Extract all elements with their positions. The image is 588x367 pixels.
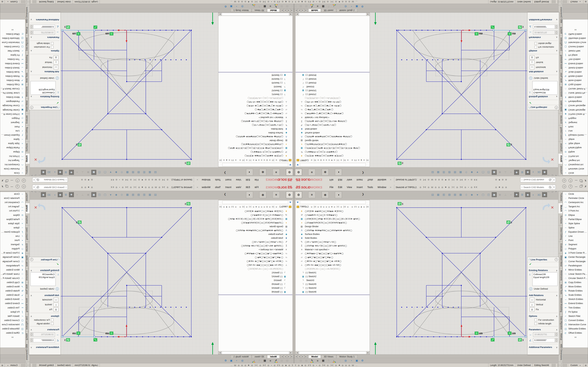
view-toolbar-icon[interactable]: ⊞ (520, 192, 525, 197)
bottom-toolbar-icon[interactable]: ∟ (251, 359, 256, 362)
relation-button-icon[interactable]: | (53, 302, 59, 307)
bottom-toolbar-icon[interactable]: ◎ (343, 5, 348, 8)
minimize-button[interactable]: — (11, 179, 13, 182)
scroll-left-icon[interactable]: ◀ (289, 13, 293, 16)
sketch-tool-item[interactable]: ◇ Polygon (0, 247, 25, 251)
add-relation-row[interactable]: | Vertical (29, 302, 61, 307)
first-tab-icon[interactable]: |◀ (290, 9, 294, 12)
bottom-toolbar-icon[interactable]: ≡ (315, 5, 320, 8)
equal-relation-badge[interactable]: 109 (105, 32, 113, 35)
mdi-control-icon[interactable]: ❏ (551, 191, 553, 193)
relation-button-icon[interactable]: | (529, 302, 535, 307)
bottom-toolbar-icon[interactable]: ▤ (299, 5, 303, 8)
sketch-tool-item[interactable]: ‖ Mirror Entities (0, 268, 25, 272)
tree-row[interactable]: └ (-) Sketch1 (295, 271, 370, 275)
mdi-control-icon[interactable]: ▫ (542, 175, 543, 176)
additional-parameters-header[interactable]: Additional Parameters∨ (527, 345, 559, 349)
tree-row[interactable]: ▦ ◯Ƨ5✚ƷЄƧ5◯ИN◉∘✚ƆϹƷЄ∪ƷЄ◯◎◯ƷЄ∪ƷЄƆϹ✚∘◉NИ◯ (218, 217, 293, 221)
view-toolbar-icon[interactable]: ⊞ (63, 170, 68, 175)
document-tab[interactable]: Motion Study 1 (231, 355, 252, 358)
bottom-toolbar-icon[interactable]: ✎ (274, 359, 278, 362)
account-icon[interactable]: ☺ (22, 184, 26, 188)
relation-button-icon[interactable]: ⚓ (53, 307, 59, 312)
prev-tab-icon[interactable]: ◀ (298, 9, 301, 12)
tree-row[interactable]: A ◯Ƨ5ИN◉∘✚Ѧ✚◉ИNѦ◯◎◯ѦNИ◉✚Ѧ✚∘◉NИ5Ƨ◯ (295, 135, 370, 139)
collinear-relation-badge[interactable] (491, 26, 494, 29)
sketch-tool-item[interactable]: / Line (563, 234, 588, 238)
bottom-toolbar-icon[interactable]: ✎ (310, 359, 314, 362)
sketch-tool-item[interactable]: ⋂ Intersection Curve (563, 40, 588, 45)
help-icon[interactable]: ? (16, 184, 19, 188)
sketch-tool-item[interactable]: ▱ Parallelogram (563, 99, 588, 103)
tree-row[interactable]: ▦ ◯Ƨ5✚ƷЄƧ5◯ИN◉∘✚ƆϹƷЄ∪ƷЄ◯◎◯ƷЄ∪ƷЄƆϹ✚∘◉NИ◯ (295, 146, 370, 150)
featuremanager-tab[interactable]: ◑ (246, 169, 253, 175)
tree-row[interactable]: ▦ (-) Sketch6 (295, 290, 370, 294)
sketch-tool-item[interactable]: ◫ Silhouette Entities (563, 36, 588, 40)
tree-row[interactable]: ⊥ ◯ИN∘9ɘ∘♟◉◯◯◎◯◯◉♟∘ɘ9∘NИ◯ (218, 263, 293, 267)
checkbox[interactable] (535, 42, 537, 45)
tree-row[interactable]: ▦ (-) Sketch2 (218, 275, 293, 278)
view-toolbar-icon[interactable]: ◉ (41, 170, 46, 175)
relations-listbox[interactable]: Collinear108Equal length109 (532, 272, 558, 286)
view-toolbar-icon[interactable]: ◉ (497, 192, 502, 197)
sketch-tool-item[interactable]: ∷ Linear Sketch Pattern (563, 91, 588, 95)
view-toolbar-icon[interactable]: 3D (536, 170, 541, 175)
mdi-control-icon[interactable]: ▫ (45, 191, 46, 193)
relation-entry[interactable]: Equal length109 (533, 88, 556, 91)
filter-input[interactable] (300, 201, 366, 204)
tree-splitter[interactable] (295, 294, 370, 295)
prev-tab-icon[interactable]: ◀ (287, 355, 290, 358)
view-toolbar-icon[interactable]: ▨ (130, 192, 135, 197)
tree-row[interactable]: └ (-) Sketch5 (218, 81, 293, 85)
view-toolbar-icon[interactable]: ✚ (514, 192, 519, 197)
add-relation-row[interactable]: ⚓ Fix (527, 307, 559, 312)
equal-relation-badge[interactable]: 109 (508, 32, 516, 35)
commandmanager-tab[interactable]: Features (25, 164, 30, 176)
search-input[interactable]: □ Search CAD Models ▼ (32, 177, 68, 182)
parameters-header[interactable]: Parameters∧ (29, 327, 61, 332)
document-tab[interactable]: Model (308, 355, 321, 358)
tree-row[interactable]: ↺ ◯Λ♟◉✚Ƨ5∘Ɛ◯◎◯Ɛ∘5Ƨ✚◉♟Λ◯ (218, 213, 293, 217)
featuremanager-tab[interactable]: ⊕ (259, 192, 266, 198)
view-toolbar-icon[interactable]: ⊥ (80, 192, 85, 197)
tree-row[interactable]: ▦ (-) Sketch2 (295, 275, 370, 278)
inner-lines[interactable] (426, 208, 531, 337)
sketch-tool-item[interactable]: ↻ Rotate Entities (563, 289, 588, 293)
sketch-tool-item[interactable]: ∴ Circular Sketch Pattern (563, 276, 588, 280)
commandmanager-tab[interactable]: Surfaces (558, 214, 563, 225)
tree-row[interactable]: ★ ◯ƧƼƷЄ✚∘♟◉ѦΦ◯◎◯ΦѦ◉♟∘✚ƷЄƼƧ◯ (295, 154, 370, 158)
view-toolbar-icon[interactable]: ▨ (453, 170, 458, 175)
tree-row[interactable]: ◯Ƨ5ƷЄИN∪Ѧ∪∙◯◎◯∙∪Ѧ∪NИƷЄ5Ƨ◯ (218, 267, 293, 271)
equal-relation-badge[interactable]: 109 (72, 332, 80, 335)
sketch-tool-item[interactable]: ⊞ Copy Entities (563, 280, 588, 284)
view-toolbar-icon[interactable]: ◫ (97, 170, 102, 175)
mdi-control-icon[interactable]: ▫ (43, 191, 43, 193)
tree-row[interactable]: └ Sketch3 (295, 278, 370, 282)
next-tab-icon[interactable]: ▶ (301, 9, 304, 12)
tree-row[interactable]: Σ ◯Ƨ5ИN◉∘✚Ѧ∪ᵈƷЄ◯◎◯ƷЄᵈ∪Ѧ✚∘◉NИ5Ƨ◯ (218, 244, 293, 248)
commandmanager-tab[interactable]: ⋯ (558, 365, 563, 367)
status-custom-button[interactable]: Custom ▲ (568, 0, 583, 4)
mdi-control-icon[interactable]: ✗ (31, 174, 33, 176)
bottom-toolbar-icon[interactable]: ▣ (355, 359, 359, 362)
commandmanager-tab[interactable]: ⋯ (558, 2, 563, 5)
sketch-tool-item[interactable]: ∷ Linear Sketch Pattern (563, 272, 588, 276)
tree-row[interactable]: └ Sketch3 (218, 85, 293, 89)
sketch-tool-item[interactable]: ⌐ Sketch Fillet (0, 314, 25, 318)
bottom-toolbar-icon[interactable]: | (246, 5, 250, 8)
menu-item[interactable]: View (234, 178, 243, 181)
scroll-right-icon[interactable]: ▶ (218, 13, 222, 16)
mdi-control-icon[interactable]: — (547, 191, 549, 193)
angle-spinner[interactable]: ▲▼ (30, 25, 33, 29)
view-toolbar-icon[interactable]: ◐ (531, 170, 536, 175)
tree-row[interactable]: ◆ Surface Bodies (218, 131, 293, 135)
sketch-tool-item[interactable]: ‖ Mirror Entities (563, 95, 588, 99)
account-icon[interactable]: ☺ (562, 179, 566, 183)
restore-button[interactable] (6, 185, 8, 188)
bottom-toolbar-icon[interactable]: ≡ (268, 5, 273, 8)
tree-horizontal-scrollbar[interactable]: ◀ ▶ (295, 351, 370, 354)
mdi-control-icon[interactable]: ❏ (551, 174, 553, 176)
cancel-sketch-icon[interactable]: ✕ (551, 157, 554, 162)
tree-row[interactable]: ✎ ◯Ƨ5∙∪*♟ѦΜ!◯◎◯!ΜѦ♟*∪∙5Ƨ◯ (218, 240, 293, 244)
panel-expand-icon[interactable]: ❯ (224, 171, 226, 175)
